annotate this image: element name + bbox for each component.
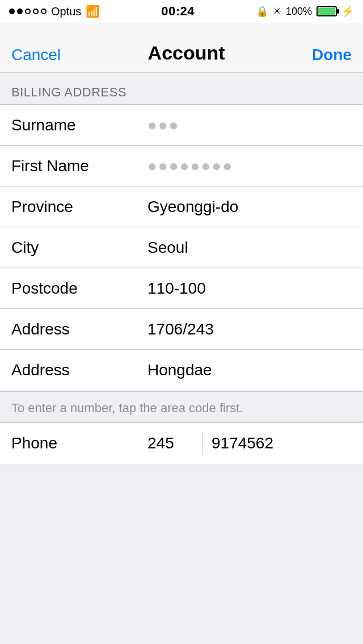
- firstname-value: ●●●●●●●●: [136, 157, 352, 175]
- address2-label: Address: [11, 361, 136, 379]
- signal-dots: [9, 9, 47, 14]
- address2-row[interactable]: Address Hongdae: [0, 350, 363, 391]
- postcode-value: 110-100: [136, 279, 352, 298]
- province-label: Province: [11, 198, 136, 216]
- surname-label: Surname: [11, 116, 136, 134]
- phone-area-code[interactable]: 245: [147, 434, 193, 452]
- signal-dot-5: [41, 9, 47, 14]
- city-row[interactable]: City Seoul: [0, 227, 363, 268]
- phone-hint-text: To enter a number, tap the area code fir…: [11, 401, 243, 415]
- status-right: 🔒 ✳ 100% ⚡: [256, 5, 354, 18]
- wifi-icon: 📶: [86, 5, 100, 18]
- address1-row[interactable]: Address 1706/243: [0, 309, 363, 350]
- bluetooth-icon: ✳: [273, 5, 281, 18]
- done-button[interactable]: Done: [312, 46, 352, 64]
- nav-bar: Cancel Account Done: [0, 23, 363, 73]
- phone-number[interactable]: 9174562: [212, 434, 273, 452]
- firstname-label: First Name: [11, 157, 136, 175]
- battery-percent: 100%: [286, 6, 312, 18]
- battery-icon: [316, 6, 337, 16]
- phone-divider: [202, 432, 202, 455]
- address2-value: Hongdae: [136, 361, 352, 379]
- province-value: Gyeonggi-do: [136, 198, 352, 216]
- postcode-row[interactable]: Postcode 110-100: [0, 268, 363, 309]
- phone-hint-section: To enter a number, tap the area code fir…: [0, 391, 363, 422]
- phone-row[interactable]: Phone 245 9174562: [0, 423, 363, 464]
- battery-fill: [318, 8, 335, 15]
- billing-address-header: BILLING ADDRESS: [0, 73, 363, 104]
- battery-container: [316, 6, 337, 16]
- signal-dot-4: [33, 9, 39, 14]
- phone-values: 245 9174562: [136, 432, 352, 455]
- address1-value: 1706/243: [136, 320, 352, 338]
- carrier-name: Optus: [51, 5, 81, 18]
- billing-form-table: Surname ●●● First Name ●●●●●●●● Province…: [0, 104, 363, 391]
- address1-label: Address: [11, 320, 136, 338]
- signal-dot-3: [25, 9, 31, 14]
- postcode-label: Postcode: [11, 279, 136, 298]
- surname-value: ●●●: [136, 116, 352, 134]
- province-row[interactable]: Province Gyeonggi-do: [0, 187, 363, 227]
- charging-icon: ⚡: [341, 5, 354, 18]
- city-value: Seoul: [136, 239, 352, 257]
- page-title: Account: [148, 42, 225, 64]
- status-left: Optus 📶: [9, 5, 100, 18]
- surname-row[interactable]: Surname ●●●: [0, 105, 363, 146]
- cancel-button[interactable]: Cancel: [11, 46, 61, 64]
- phone-section: Phone 245 9174562: [0, 422, 363, 464]
- city-label: City: [11, 239, 136, 257]
- firstname-row[interactable]: First Name ●●●●●●●●: [0, 146, 363, 187]
- status-bar: Optus 📶 00:24 🔒 ✳ 100% ⚡: [0, 0, 363, 23]
- phone-label: Phone: [11, 434, 136, 452]
- status-time: 00:24: [161, 4, 195, 19]
- lock-icon: 🔒: [256, 5, 268, 18]
- signal-dot-1: [9, 9, 15, 14]
- signal-dot-2: [17, 9, 23, 14]
